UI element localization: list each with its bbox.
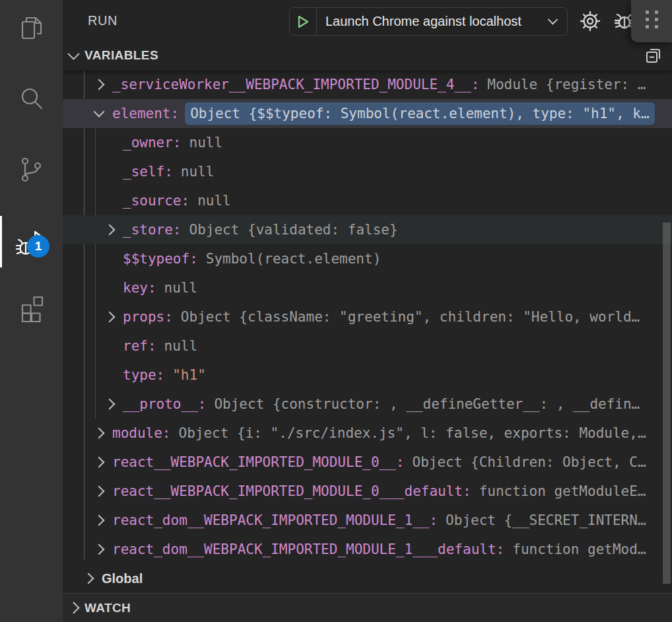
variable-name: _serviceWorker__WEBPACK_IMPORTED_MODULE_… [112,77,479,92]
twisty[interactable] [90,487,108,495]
chevron-icon [104,312,116,323]
variable-row[interactable]: element: Object {$$typeof: Symbol(react.… [63,99,672,128]
debug-side-panel: RUN Launch Chrome against localhost [63,0,672,622]
twisty[interactable] [101,284,118,292]
variable-row[interactable]: type: "h1" [63,361,672,390]
variable-row[interactable]: react__WEBPACK_IMPORTED_MODULE_0___defau… [63,477,672,506]
chevron-icon [104,225,116,236]
variables-pane-title: VARIABLES [84,48,158,63]
search-icon [16,83,48,115]
drag-handle-overlay[interactable] [631,0,672,42]
source-control-icon [16,154,48,186]
variable-name: react_dom__WEBPACK_IMPORTED_MODULE_1___d… [112,541,504,557]
variable-name: _source: [123,193,189,209]
twisty[interactable] [90,110,108,118]
chevron-icon [94,79,105,90]
variable-row[interactable]: _owner: null [63,128,672,157]
twisty[interactable] [101,255,118,263]
sidebar-item-explorer[interactable] [0,0,63,57]
twisty[interactable] [101,168,118,176]
variable-value: function getModuleE… [479,483,646,499]
watch-pane-title: WATCH [84,601,131,615]
variable-row[interactable]: _self: null [63,157,672,186]
variable-name: _store: [123,222,182,238]
sidebar-item-extensions[interactable] [0,279,63,336]
twisty[interactable] [90,516,108,524]
twisty[interactable] [90,458,108,466]
sidebar-item-run-debug[interactable]: 1 [0,213,63,270]
twisty[interactable] [101,313,118,321]
chevron-icon [104,399,116,410]
grip-dots-icon [646,11,658,28]
variable-name: _owner: [123,135,182,151]
variable-row[interactable]: ref: null [63,331,672,361]
variable-value: Object {constructor: , __defineGetter__:… [214,396,640,412]
variable-name: __proto__: [123,396,206,412]
variable-row[interactable]: _source: null [63,186,672,215]
variable-row[interactable]: module: Object {i: "./src/index.js", l: … [63,419,672,448]
twisty[interactable] [101,342,118,350]
collapse-all-button[interactable] [644,46,662,65]
variable-name: props: [123,309,173,325]
chevron-down-icon [67,48,79,59]
chevron-icon [94,515,105,526]
variable-value: Object {__SECRET_INTERN… [446,512,646,528]
twisty[interactable] [90,81,108,88]
launch-configuration-select[interactable]: Launch Chrome against localhost [289,7,568,36]
variable-row[interactable]: react__WEBPACK_IMPORTED_MODULE_0__: Obje… [63,448,672,477]
variables-pane-header[interactable]: VARIABLES [63,41,672,70]
variable-value: null [164,280,198,296]
scrollbar-thumb[interactable] [663,223,671,584]
variable-value: Symbol(react.element) [206,251,382,267]
gear-icon [578,9,602,33]
variables-tree: _serviceWorker__WEBPACK_IMPORTED_MODULE_… [63,70,672,593]
twisty[interactable] [101,371,118,379]
play-icon [296,15,310,29]
twisty[interactable] [101,197,118,205]
open-launch-json-button[interactable] [578,9,602,33]
twisty[interactable] [90,429,108,437]
variable-name: Global [102,571,143,586]
files-icon [16,13,48,44]
variable-value: Object {i: "./src/index.js", l: false, e… [179,425,646,441]
variable-row[interactable]: props: Object {className: "greeting", ch… [63,302,672,331]
variable-value: null [189,135,223,151]
variable-row[interactable]: Global [63,564,672,593]
variable-value: function getMod… [512,541,646,557]
variable-value: Object {className: "greeting", children:… [181,309,640,325]
variable-name: react_dom__WEBPACK_IMPORTED_MODULE_1__: [112,512,438,528]
variable-name: key: [123,280,156,296]
active-view-indicator [0,216,2,267]
chevron-icon [94,457,105,468]
twisty[interactable] [90,545,108,553]
variable-row[interactable]: react_dom__WEBPACK_IMPORTED_MODULE_1___d… [63,535,672,564]
extensions-icon [16,292,48,324]
variable-name: ref: [123,338,156,354]
variable-row[interactable]: key: null [63,273,672,302]
variable-row[interactable]: _store: Object {validated: false} [63,215,672,244]
collapse-all-icon [644,47,662,65]
twisty[interactable] [101,226,118,234]
variable-name: react__WEBPACK_IMPORTED_MODULE_0___defau… [112,483,471,499]
watch-pane-header[interactable]: WATCH [63,593,672,622]
variable-value: Object {Children: Object, C… [413,454,646,470]
sidebar-item-source-control[interactable] [0,141,63,198]
twisty[interactable] [80,574,97,582]
sidebar-item-search[interactable] [0,71,63,127]
start-debugging-button[interactable] [290,8,317,35]
variable-name: element: [112,106,179,121]
debug-toolbar: RUN Launch Chrome against localhost [63,0,672,41]
variable-value: Object {validated: false} [189,222,398,238]
chevron-icon [94,544,105,555]
variable-value: Object {$$typeof: Symbol(react.element),… [185,102,654,125]
chevron-icon [94,486,105,497]
variable-value: "h1" [172,367,206,383]
variable-row[interactable]: _serviceWorker__WEBPACK_IMPORTED_MODULE_… [63,70,672,99]
variable-row[interactable]: $$typeof: Symbol(react.element) [63,244,672,273]
twisty[interactable] [101,400,118,408]
activity-bar: 1 [0,0,63,622]
variable-row[interactable]: __proto__: Object {constructor: , __defi… [63,390,672,419]
variable-row[interactable]: react_dom__WEBPACK_IMPORTED_MODULE_1__: … [63,506,672,535]
variable-value: null [197,193,231,209]
twisty[interactable] [101,139,118,147]
